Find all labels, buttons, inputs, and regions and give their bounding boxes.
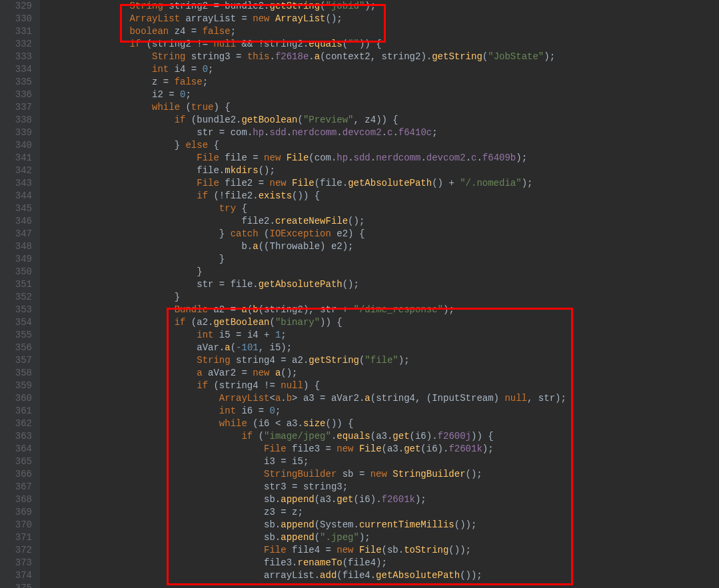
code-area[interactable]: String string2 = bundle2.getString("jobi… [40, 0, 719, 588]
line-number: 365 [0, 455, 32, 468]
code-line[interactable]: str = com.hp.sdd.nerdcomm.devcom2.c.f641… [40, 127, 719, 139]
line-number: 338 [0, 114, 32, 127]
code-editor[interactable]: 3293303313323333343353363373383393403413… [0, 0, 719, 588]
line-number: 369 [0, 506, 32, 519]
code-line[interactable]: File file = new File(com.hp.sdd.nerdcomm… [40, 152, 719, 164]
line-number: 360 [0, 392, 32, 405]
line-number: 366 [0, 468, 32, 481]
line-number: 347 [0, 228, 32, 240]
line-number: 375 [0, 582, 32, 588]
line-number: 353 [0, 304, 32, 316]
line-number: 374 [0, 569, 32, 582]
code-line[interactable]: try { [40, 202, 719, 215]
code-line[interactable]: if (string4 != null) { [40, 380, 719, 392]
line-number: 339 [0, 127, 32, 139]
line-number: 359 [0, 380, 32, 392]
code-line[interactable]: sb.append(a3.get(i6).f2601k); [40, 493, 719, 506]
code-line[interactable]: i3 = i5; [40, 455, 719, 468]
line-number: 348 [0, 240, 32, 253]
line-number: 329 [0, 0, 32, 13]
code-line[interactable]: if ("image/jpeg".equals(a3.get(i6).f2600… [40, 430, 719, 443]
code-line[interactable]: if (!file2.exists()) { [40, 190, 719, 202]
code-line[interactable]: b.a((Throwable) e2); [40, 240, 719, 253]
line-number: 330 [0, 13, 32, 25]
line-number: 350 [0, 266, 32, 278]
code-line[interactable]: sb.append(System.currentTimeMillis()); [40, 519, 719, 531]
code-line[interactable]: while (i6 < a3.size()) { [40, 418, 719, 430]
code-line[interactable]: String string2 = bundle2.getString("jobi… [40, 0, 719, 13]
line-number: 364 [0, 443, 32, 455]
line-number: 349 [0, 253, 32, 266]
line-number: 368 [0, 493, 32, 506]
code-line[interactable]: a aVar2 = new a(); [40, 367, 719, 380]
line-number: 332 [0, 38, 32, 51]
code-line[interactable]: } catch (IOException e2) { [40, 228, 719, 240]
line-number: 346 [0, 215, 32, 228]
line-number: 335 [0, 76, 32, 89]
code-line[interactable]: File file3 = new File(a3.get(i6).f2601k)… [40, 443, 719, 455]
line-number: 363 [0, 430, 32, 443]
line-number: 343 [0, 177, 32, 190]
line-number: 373 [0, 557, 32, 569]
code-line[interactable]: str = file.getAbsolutePath(); [40, 278, 719, 291]
code-line[interactable]: Bundle a2 = a(b(string2), str + "/dime_r… [40, 304, 719, 316]
code-line[interactable]: aVar.a(-101, i5); [40, 342, 719, 354]
line-number: 357 [0, 354, 32, 367]
code-line[interactable]: file2.createNewFile(); [40, 215, 719, 228]
line-number: 371 [0, 531, 32, 544]
line-number: 334 [0, 63, 32, 76]
line-number: 351 [0, 278, 32, 291]
code-line[interactable]: if (string2 != null && !string2.equals("… [40, 38, 719, 51]
code-line[interactable]: if (bundle2.getBoolean("Preview", z4)) { [40, 114, 719, 127]
line-number: 345 [0, 202, 32, 215]
line-number: 341 [0, 152, 32, 164]
code-line[interactable]: String string3 = this.f2618e.a(context2,… [40, 51, 719, 63]
line-number: 340 [0, 139, 32, 152]
line-number: 361 [0, 405, 32, 418]
code-line[interactable]: ArrayList arrayList = new ArrayList(); [40, 13, 719, 25]
code-line[interactable]: File file4 = new File(sb.toString()); [40, 544, 719, 557]
code-line[interactable]: } else { [40, 139, 719, 152]
code-line[interactable]: z3 = z; [40, 506, 719, 519]
code-line[interactable]: sb.append(".jpeg"); [40, 531, 719, 544]
line-number: 358 [0, 367, 32, 380]
line-number: 333 [0, 51, 32, 63]
line-number: 370 [0, 519, 32, 531]
code-line[interactable]: boolean z4 = false; [40, 25, 719, 38]
code-line[interactable]: } [40, 266, 719, 278]
line-number: 331 [0, 25, 32, 38]
code-line[interactable]: String string4 = a2.getString("file"); [40, 354, 719, 367]
line-number: 342 [0, 164, 32, 177]
code-line[interactable]: int i5 = i4 + 1; [40, 329, 719, 342]
line-number: 337 [0, 101, 32, 114]
code-line[interactable]: arrayList.add(file4.getAbsolutePath()); [40, 569, 719, 582]
code-line[interactable]: } [40, 253, 719, 266]
code-line[interactable]: ArrayList<a.b> a3 = aVar2.a(string4, (In… [40, 392, 719, 405]
line-number: 344 [0, 190, 32, 202]
code-line[interactable]: File file2 = new File(file.getAbsolutePa… [40, 177, 719, 190]
code-line[interactable]: while (true) { [40, 101, 719, 114]
code-line[interactable]: int i4 = 0; [40, 63, 719, 76]
line-number: 372 [0, 544, 32, 557]
line-number: 352 [0, 291, 32, 304]
code-line[interactable]: str3 = string3; [40, 481, 719, 493]
line-gutter: 3293303313323333343353363373383393403413… [0, 0, 40, 588]
code-line[interactable]: file3.renameTo(file4); [40, 557, 719, 569]
code-line[interactable]: int i6 = 0; [40, 405, 719, 418]
code-line[interactable]: if (a2.getBoolean("binary")) { [40, 316, 719, 329]
line-number: 356 [0, 342, 32, 354]
line-number: 362 [0, 418, 32, 430]
code-line[interactable]: } [40, 291, 719, 304]
code-line[interactable]: i2 = 0; [40, 89, 719, 101]
line-number: 355 [0, 329, 32, 342]
code-line[interactable]: z = false; [40, 76, 719, 89]
code-line[interactable]: file.mkdirs(); [40, 164, 719, 177]
code-line[interactable]: StringBuilder sb = new StringBuilder(); [40, 468, 719, 481]
line-number: 354 [0, 316, 32, 329]
line-number: 367 [0, 481, 32, 493]
line-number: 336 [0, 89, 32, 101]
